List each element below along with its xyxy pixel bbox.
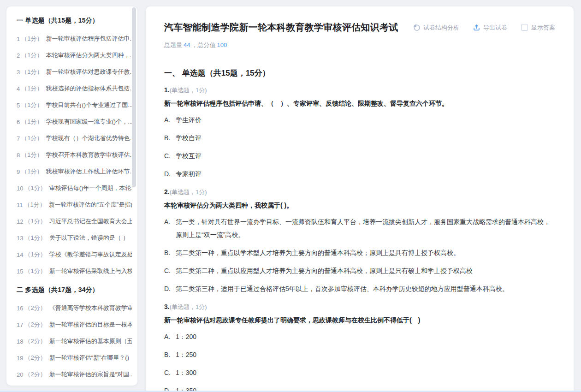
sidebar-item-text: 学校目前共有()个专业通过了国... bbox=[46, 101, 132, 109]
question-stem: 新一轮审核评估程序包括评估申请、（ ）、专家评审、反馈结论、限期整改、督导复查六… bbox=[164, 97, 555, 110]
sidebar-item-num: 19 bbox=[17, 355, 23, 362]
sidebar-item-num: 9 bbox=[17, 168, 20, 175]
sidebar-item-text: 习近平总书记在全国教育大会上... bbox=[49, 217, 132, 226]
paper-meta: 总题量44，总分值100 bbox=[164, 41, 555, 49]
sidebar-scrollbar-thumb[interactable] bbox=[132, 7, 136, 187]
question-type-score: (单选题，1分) bbox=[170, 189, 207, 196]
sidebar-question-item[interactable]: 3 （1分） 新一轮审核评估对思政课专任教... bbox=[17, 64, 132, 80]
sidebar-item-text: 《普通高等学校本科教育教学审... bbox=[49, 304, 132, 312]
sidebar-item-num: 15 bbox=[17, 268, 23, 275]
sidebar-question-item[interactable]: 10 （1分） 审核评估每()年一个周期，本轮... bbox=[17, 180, 132, 196]
sidebar-item-score: （1分） bbox=[21, 151, 42, 159]
sidebar-question-item[interactable]: 6 （1分） 学校现有国家级一流专业()个，... bbox=[17, 113, 132, 130]
sidebar-item-score: （1分） bbox=[24, 234, 46, 242]
question-number: 3. bbox=[164, 303, 170, 310]
sidebar-item-score: （2分） bbox=[24, 321, 46, 329]
sidebar-item-num: 1 bbox=[17, 36, 20, 42]
option-text: 1：200 bbox=[176, 330, 555, 343]
total-score-value: 100 bbox=[217, 42, 227, 48]
sidebar-item-num: 16 bbox=[17, 305, 23, 312]
question-meta: 2.(单选题，1分) bbox=[164, 187, 555, 197]
sidebar-question-item[interactable]: 8 （1分） 学校召开本科教育教学审核评估... bbox=[17, 147, 132, 163]
sidebar-item-num: 3 bbox=[17, 69, 20, 76]
question-stem: 新一轮审核评估对思政课专任教师提出了明确要求，思政课教师与在校生比例不得低于( … bbox=[164, 314, 555, 327]
sidebar-item-score: （1分） bbox=[21, 134, 42, 143]
option-text: 第二类第一种，重点以学术型人才培养为主要方向的普通本科高校；原则上是具有博士授予… bbox=[176, 246, 555, 259]
option-text: 1：250 bbox=[176, 348, 555, 361]
option-letter: B. bbox=[164, 246, 176, 259]
total-score-label: ，总分值 bbox=[191, 42, 215, 48]
option-row: C. 1：300 bbox=[164, 366, 555, 379]
sidebar-question-item[interactable]: 17 （2分） 新一轮审核评估的目标是一根本... bbox=[17, 316, 132, 333]
option-letter: C. bbox=[164, 366, 176, 379]
sidebar-item-num: 14 bbox=[17, 251, 23, 258]
sidebar-item-num: 8 bbox=[17, 152, 20, 159]
question-type-score: (单选题，1分) bbox=[170, 87, 207, 94]
sidebar-item-num: 17 bbox=[17, 321, 23, 328]
sidebar-item-num: 5 bbox=[17, 102, 20, 109]
total-questions-value: 44 bbox=[184, 42, 190, 48]
sidebar-question-item[interactable]: 11 （1分） 新一轮审核评估的“五个度”是指(... bbox=[17, 196, 132, 213]
option-text: 第二类第二种，重点以应用型人才培养为主要方向的普通本科高校，原则上是只有硕士和学… bbox=[176, 264, 555, 277]
sidebar-item-text: 关于以下说法，错误的是（ ） bbox=[49, 234, 129, 242]
sidebar-item-text: 我校选择的评估指标体系共包括... bbox=[46, 84, 132, 93]
option-letter: A. bbox=[164, 113, 176, 126]
option-row: B. 1：250 bbox=[164, 348, 555, 361]
paper-toolbar: 试卷结构分析 导出试卷 显示答案 bbox=[413, 24, 555, 32]
option-text: 第二类第三种，适用于已通过合格评估5年以上，首次参加审核评估、本科办学历史较短的… bbox=[176, 282, 555, 295]
sidebar-question-item[interactable]: 16 （2分） 《普通高等学校本科教育教学审... bbox=[17, 300, 132, 316]
sidebar-item-score: （1分） bbox=[21, 35, 42, 43]
question-block: 3.(单选题，1分) 新一轮审核评估对思政课专任教师提出了明确要求，思政课教师与… bbox=[164, 302, 555, 392]
sidebar-item-text: 学校召开本科教育教学审核评估... bbox=[46, 151, 132, 159]
sidebar-item-text: 新一轮审核评估的宗旨是“对国... bbox=[49, 370, 132, 379]
sidebar-question-item[interactable]: 18 （2分） 新一轮审核评估的基本原则（五... bbox=[17, 333, 132, 350]
sidebar-item-score: （2分） bbox=[24, 304, 46, 312]
sidebar-item-num: 7 bbox=[17, 135, 20, 142]
structure-analysis-button[interactable]: 试卷结构分析 bbox=[413, 24, 459, 32]
show-answer-checkbox[interactable] bbox=[521, 24, 528, 31]
sidebar-item-score: （1分） bbox=[21, 84, 42, 93]
sidebar-question-item[interactable]: 9 （1分） 我校审核评估工作线上评估环节... bbox=[17, 163, 132, 180]
sidebar-question-item[interactable]: 20 （2分） 新一轮审核评估的宗旨是“对国... bbox=[17, 366, 132, 383]
sidebar-question-item[interactable]: 5 （1分） 学校目前共有()个专业通过了国... bbox=[17, 97, 132, 113]
option-row: A. 第一类，针对具有世界一流办学目标、一流师资队伍和育人平台，培养一流拔尖创新… bbox=[164, 215, 555, 241]
sidebar-item-list: 1 （1分） 新一轮审核评估程序包括评估申... 2 （1分） 本轮审核评估分为… bbox=[17, 30, 132, 279]
pie-chart-icon bbox=[413, 24, 420, 31]
show-answer-toggle[interactable]: 显示答案 bbox=[521, 24, 555, 32]
option-row: D. 第二类第三种，适用于已通过合格评估5年以上，首次参加审核评估、本科办学历史… bbox=[164, 282, 555, 295]
option-letter: D. bbox=[164, 282, 176, 295]
sidebar-question-item[interactable]: 2 （1分） 本轮审核评估分为两大类四种，... bbox=[17, 47, 132, 64]
sidebar-question-item[interactable]: 7 （1分） 学校现有（）个湖北省优势特色... bbox=[17, 130, 132, 147]
sidebar-question-item[interactable]: 21 （2分） 新一轮审核评估指标体系包括定... bbox=[17, 383, 132, 386]
sidebar-item-num: 2 bbox=[17, 52, 20, 59]
sidebar-question-item[interactable]: 12 （1分） 习近平总书记在全国教育大会上... bbox=[17, 213, 132, 230]
sidebar-item-num: 12 bbox=[17, 218, 23, 225]
question-list-sidebar: 一 单选题（共15题，15分） 1 （1分） 新一轮审核评估程序包括评估申...… bbox=[6, 6, 137, 386]
option-letter: C. bbox=[164, 264, 176, 277]
sidebar-item-text: 新一轮审核评估对思政课专任教... bbox=[46, 68, 132, 76]
option-row: C. 第二类第二种，重点以应用型人才培养为主要方向的普通本科高校，原则上是只有硕… bbox=[164, 264, 555, 277]
sidebar-question-item[interactable]: 1 （1分） 新一轮审核评估程序包括评估申... bbox=[17, 30, 132, 47]
sidebar-question-item[interactable]: 13 （1分） 关于以下说法，错误的是（ ） bbox=[17, 230, 132, 246]
export-paper-button[interactable]: 导出试卷 bbox=[473, 24, 507, 32]
sidebar-question-item[interactable]: 14 （1分） 学校《教学差错与事故认定及处... bbox=[17, 246, 132, 263]
sidebar-item-num: 10 bbox=[17, 185, 23, 192]
option-text: 专家初评 bbox=[176, 167, 555, 180]
option-letter: A. bbox=[164, 215, 176, 241]
option-row: A. 1：200 bbox=[164, 330, 555, 343]
total-questions-label: 总题量 bbox=[164, 42, 182, 48]
question-type-score: (单选题，1分) bbox=[170, 303, 207, 310]
sidebar-item-score: （1分） bbox=[21, 51, 42, 59]
option-letter: B. bbox=[164, 131, 176, 144]
paper-preview-panel: 汽车智能制造学院新一轮本科教育教学审核评估知识考试 试卷结构分析 bbox=[146, 6, 574, 392]
sidebar-question-item[interactable]: 19 （2分） 新一轮审核评估“新”在哪里？() bbox=[17, 350, 132, 366]
sidebar-question-item[interactable]: 4 （1分） 我校选择的评估指标体系共包括... bbox=[17, 80, 132, 97]
question-options: A. 学生评价 B. 学校自评 C. 学校互评 D. 专家初评 bbox=[164, 113, 555, 180]
sidebar-question-item[interactable]: 15 （1分） 新一轮审核评估采取线上与入校... bbox=[17, 263, 132, 279]
sidebar-item-text: 新一轮审核评估程序包括评估申... bbox=[46, 35, 132, 43]
question-number: 2. bbox=[164, 188, 170, 196]
question-options: A. 第一类，针对具有世界一流办学目标、一流师资队伍和育人平台，培养一流拔尖创新… bbox=[164, 215, 555, 295]
sidebar-section: 一 单选题（共15题，15分） 1 （1分） 新一轮审核评估程序包括评估申...… bbox=[17, 17, 132, 279]
sidebar-item-text: 新一轮审核评估的“五个度”是指(... bbox=[49, 201, 132, 209]
section-heading: 一、 单选题（共15题，15分） bbox=[164, 68, 555, 78]
